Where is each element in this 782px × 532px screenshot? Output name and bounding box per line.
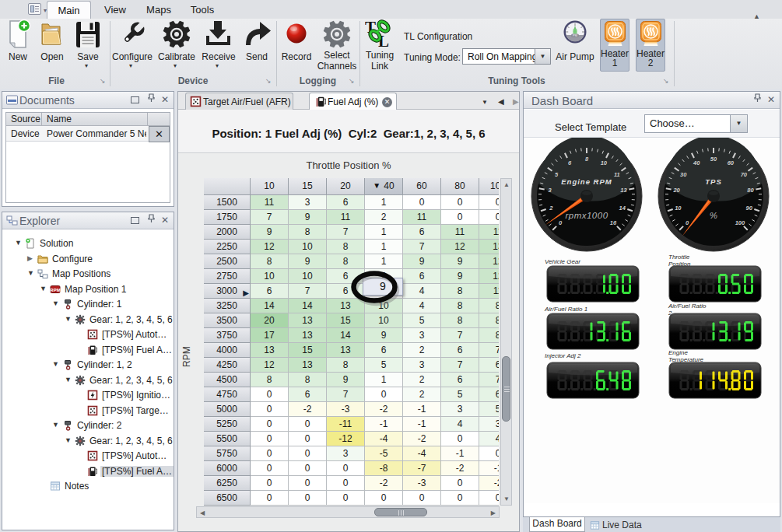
svg-text:PSI: PSI	[573, 34, 577, 37]
svg-text:90: 90	[746, 205, 753, 212]
svg-text:60: 60	[728, 159, 735, 166]
svg-text:Injector Adj 2: Injector Adj 2	[545, 352, 581, 359]
svg-text:Air/Fuel Ratio: Air/Fuel Ratio	[668, 303, 707, 310]
svg-text:%: %	[710, 211, 718, 220]
svg-text:2: 2	[549, 205, 553, 212]
svg-text:Engine RPM: Engine RPM	[561, 177, 612, 186]
svg-text:TPS: TPS	[705, 177, 721, 186]
svg-text:14: 14	[619, 205, 626, 212]
svg-text:Vehicle Gear: Vehicle Gear	[545, 258, 580, 265]
svg-text:30: 30	[680, 171, 687, 178]
svg-text:40: 40	[693, 159, 700, 166]
svg-text:100: 100	[735, 219, 745, 226]
svg-text:rpmx1000: rpmx1000	[565, 211, 608, 220]
svg-text:13: 13	[620, 187, 627, 194]
svg-text:10: 10	[601, 159, 608, 166]
svg-text:70: 70	[741, 171, 748, 178]
svg-text:80: 80	[747, 187, 754, 194]
svg-text:Air/Fuel Ratio 1: Air/Fuel Ratio 1	[544, 306, 587, 313]
svg-text:50: 50	[710, 156, 717, 163]
svg-text:Throttle: Throttle	[668, 254, 690, 261]
svg-text:16: 16	[610, 219, 617, 226]
svg-text:20: 20	[672, 187, 680, 194]
svg-text:RPM: RPM	[50, 287, 60, 292]
svg-text:11: 11	[614, 171, 620, 178]
svg-text:10: 10	[675, 205, 682, 212]
svg-text:Engine: Engine	[668, 349, 688, 356]
